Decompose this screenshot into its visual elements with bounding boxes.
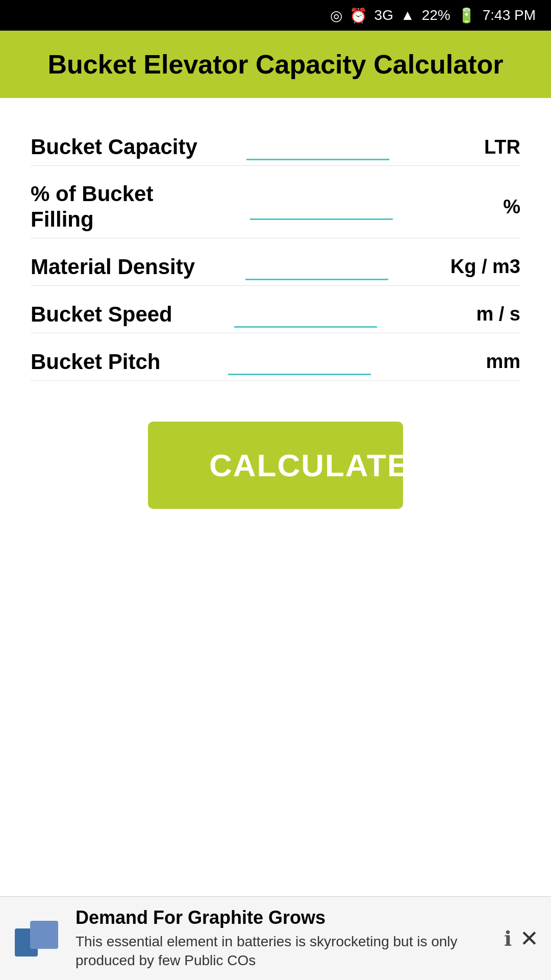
battery-icon: 🔋 [458, 7, 475, 24]
material-density-input-wrapper [195, 254, 439, 280]
divider-5 [31, 380, 520, 381]
ad-close-button[interactable]: ✕ [520, 925, 539, 951]
bucket-pitch-unit: mm [439, 351, 520, 373]
bucket-capacity-unit: LTR [439, 136, 520, 158]
bucket-pitch-row: Bucket Pitch mm [31, 333, 520, 380]
bucket-filling-unit: % [439, 196, 520, 218]
bucket-capacity-row: Bucket Capacity LTR [31, 118, 520, 165]
ad-text-block: Demand For Graphite Grows This essential… [76, 907, 492, 970]
alarm-icon: ⏰ [349, 7, 367, 24]
status-bar: ◎ ⏰ 3G ▲ 22% 🔋 7:43 PM [0, 0, 551, 31]
calculate-btn-container: CALCULATE [31, 422, 520, 509]
material-density-row: Material Density Kg / m3 [31, 238, 520, 285]
ad-title: Demand For Graphite Grows [76, 907, 492, 928]
material-density-label: Material Density [31, 254, 195, 280]
app-header: Bucket Elevator Capacity Calculator [0, 31, 551, 98]
bucket-filling-input[interactable] [250, 193, 393, 220]
ad-actions: ℹ ✕ [504, 925, 539, 951]
signal-icon: ▲ [400, 7, 415, 23]
network-label: 3G [374, 7, 393, 23]
main-content: Bucket Capacity LTR % of Bucket Filling … [0, 98, 551, 560]
bucket-filling-label: % of Bucket Filling [31, 181, 204, 233]
material-density-unit: Kg / m3 [439, 256, 520, 278]
battery-label: 22% [422, 7, 450, 23]
svg-rect-1 [30, 921, 58, 949]
bucket-capacity-input[interactable] [246, 134, 389, 160]
bucket-pitch-input[interactable] [228, 349, 371, 375]
ad-icon [12, 913, 63, 964]
bucket-speed-label: Bucket Speed [31, 302, 172, 327]
bucket-speed-input[interactable] [234, 301, 377, 328]
bucket-filling-input-wrapper [204, 193, 439, 220]
status-icons: ◎ ⏰ 3G ▲ 22% 🔋 7:43 PM [330, 7, 536, 24]
ad-info-icon[interactable]: ℹ [504, 927, 512, 950]
ad-body: This essential element in batteries is s… [76, 933, 492, 970]
bucket-filling-row: % of Bucket Filling % [31, 166, 520, 238]
bucket-pitch-input-wrapper [160, 349, 439, 375]
bucket-speed-row: Bucket Speed m / s [31, 286, 520, 333]
bucket-pitch-label: Bucket Pitch [31, 349, 160, 375]
time-label: 7:43 PM [483, 7, 536, 23]
bucket-capacity-label: Bucket Capacity [31, 134, 197, 160]
location-icon: ◎ [330, 7, 342, 24]
app-title: Bucket Elevator Capacity Calculator [10, 49, 541, 80]
ad-banner: Demand For Graphite Grows This essential… [0, 896, 551, 980]
bucket-speed-unit: m / s [439, 303, 520, 325]
material-density-input[interactable] [245, 254, 388, 280]
bucket-capacity-input-wrapper [197, 134, 439, 160]
calculate-button[interactable]: CALCULATE [148, 422, 403, 509]
bucket-speed-input-wrapper [172, 301, 439, 328]
